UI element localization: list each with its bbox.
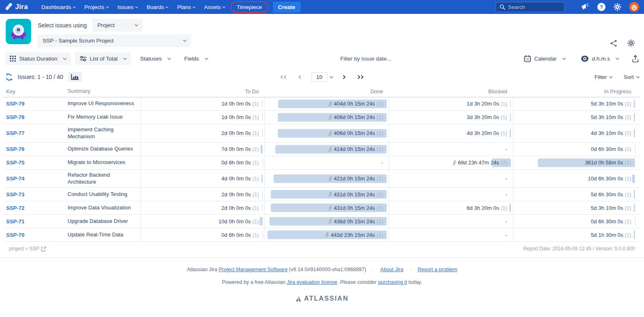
jira-logo-text: Jira [15, 3, 28, 11]
search-box[interactable] [496, 2, 565, 12]
next-page-button[interactable] [340, 74, 347, 80]
about-jira-link[interactable]: About Jira [380, 267, 403, 272]
done-duration-cell: 414d 0h 15m 24s(1) [265, 143, 389, 156]
external-link-icon[interactable] [41, 246, 46, 252]
filter-by-date-input[interactable]: Filter by issue date... [217, 56, 515, 62]
calendar-dropdown[interactable]: Calendar [519, 52, 570, 65]
duration-bar [262, 129, 263, 137]
project-select[interactable]: SSP - Sample Scrum Project [38, 34, 191, 47]
key-cell: SSP-76 [3, 143, 68, 156]
key-cell: SSP-72 [3, 201, 68, 214]
summary-cell: Optimize Database Queries [68, 143, 141, 156]
issue-key-link[interactable]: SSP-78 [6, 114, 25, 120]
todo-duration-cell: 2d 0h 0m 0s(1) [141, 201, 265, 214]
purchasing-link[interactable]: purchasing it [378, 279, 407, 285]
share-icon[interactable] [610, 40, 617, 47]
list-type-dropdown[interactable]: List of Total [75, 52, 131, 65]
todo-duration-cell: 0d 6h 0m 0s(1) [141, 156, 265, 169]
done-duration-cell: 421d 0h 15m 24s(1) [265, 170, 389, 188]
report-type-dropdown[interactable]: Status Duration [5, 52, 71, 65]
issue-key-link[interactable]: SSP-70 [6, 232, 25, 238]
filter-dropdown[interactable]: Filter [594, 74, 612, 80]
blocked-duration-cell: - [389, 170, 513, 188]
inprogress-duration-cell: 5d 3h 10m 0s(2) [513, 97, 637, 110]
duration-bar [510, 113, 511, 121]
nav-item-projects[interactable]: Projects [80, 0, 113, 14]
nav-item-timepiece[interactable]: Timepiece [231, 1, 268, 13]
create-button[interactable]: Create [273, 2, 301, 13]
export-icon[interactable] [632, 55, 639, 63]
blocked-duration-cell: - [389, 143, 513, 156]
duration-bar [261, 174, 263, 183]
issue-key-link[interactable]: SSP-75 [6, 160, 25, 166]
table-row: SSP-77Implement Caching Mechanism2d 0h 0… [3, 124, 641, 143]
jira-logo-icon [5, 3, 13, 11]
nav-item-plans[interactable]: Plans [172, 0, 200, 14]
table-row: SSP-72Improve Data Visualization2d 0h 0m… [3, 201, 641, 215]
duration-bar [632, 174, 635, 183]
bar-chart-icon [71, 74, 79, 80]
settings-gear-icon[interactable] [613, 3, 621, 11]
pms-link[interactable]: Project Management Software [219, 267, 288, 272]
issue-source-select[interactable]: Project [93, 19, 143, 31]
runner-icon [327, 101, 333, 107]
table-row: SSP-74Refactor Backend Architecture4d 0h… [3, 170, 641, 188]
blocked-duration-cell: 4d 3h 20m 0s(1) [389, 124, 513, 142]
evaluation-license-link[interactable]: Jira evaluation license [287, 279, 337, 285]
duration-bar [510, 99, 511, 108]
jql-query: project = SSP [9, 246, 46, 252]
atlassian-logo-icon [295, 296, 302, 302]
blocked-duration-cell: 6d 3h 20m 0s(1) [389, 201, 513, 214]
nav-item-issues[interactable]: Issues [113, 0, 142, 14]
duration-bar [634, 113, 635, 121]
footer-line1: Atlassian Jira Project Management Softwa… [0, 267, 644, 272]
table-row: SSP-71Upgrade Database Driver10d 0h 0m 0… [3, 215, 641, 228]
duration-bar [262, 113, 263, 121]
column-header-todo: To Do [141, 86, 265, 97]
report-problem-link[interactable]: Report a problem [418, 267, 458, 272]
issue-key-link[interactable]: SSP-79 [6, 101, 25, 107]
inprogress-duration-cell: 361d 0h 58m 0s(1) [513, 156, 637, 169]
search-input[interactable] [508, 4, 557, 10]
duration-bar [634, 231, 635, 239]
nav-item-assets[interactable]: Assets [200, 0, 229, 14]
announcements-icon[interactable] [581, 3, 590, 11]
last-page-button[interactable] [354, 74, 365, 80]
time-format-dropdown[interactable]: d.h.m.s [576, 52, 624, 65]
refresh-icon[interactable] [5, 73, 13, 81]
first-page-button[interactable] [279, 74, 290, 80]
summary-cell: Fix Memory Leak Issue [68, 111, 141, 124]
sort-dropdown[interactable]: Sort [624, 74, 639, 80]
statuses-dropdown[interactable]: Statuses [135, 52, 175, 65]
duration-bar [634, 99, 635, 108]
duration-bar [261, 145, 263, 153]
column-header-done: Done [265, 86, 389, 97]
report-toolbar: Status Duration List of Total Statuses F… [0, 49, 644, 68]
issue-key-link[interactable]: SSP-77 [6, 130, 25, 136]
issue-key-link[interactable]: SSP-72 [6, 205, 25, 211]
done-duration-cell: 431d 0h 15m 24s(1) [265, 188, 389, 201]
table-row: SSP-75Migrate to Microservices0d 6h 0m 0… [3, 156, 641, 170]
user-avatar[interactable] [629, 2, 639, 12]
issue-key-link[interactable]: SSP-74 [6, 175, 25, 182]
duration-bar [634, 204, 635, 212]
duration-bar [509, 204, 511, 212]
issue-key-link[interactable]: SSP-71 [6, 218, 25, 225]
key-cell: SSP-74 [3, 170, 68, 188]
duration-bar [510, 129, 511, 137]
chart-view-button[interactable] [68, 72, 82, 82]
nav-item-boards[interactable]: Boards [142, 0, 173, 14]
report-settings-gear-icon[interactable] [627, 39, 635, 47]
jira-logo[interactable]: Jira [5, 3, 28, 11]
blocked-duration-cell: - [389, 188, 513, 201]
nav-item-dashboards[interactable]: Dashboards [37, 0, 80, 14]
duration-bar [262, 204, 263, 212]
blocked-duration-cell: 69d 23h 47m 24s(2) [389, 156, 513, 169]
prev-page-button[interactable] [297, 74, 304, 80]
page-size-select[interactable]: 10 [311, 72, 333, 82]
issue-key-link[interactable]: SSP-76 [6, 146, 25, 152]
fields-dropdown[interactable]: Fields [179, 52, 213, 65]
todo-duration-cell: 1d 0h 0m 0s(1) [141, 111, 265, 124]
help-icon[interactable]: ? [597, 3, 605, 11]
issue-key-link[interactable]: SSP-73 [6, 191, 25, 198]
